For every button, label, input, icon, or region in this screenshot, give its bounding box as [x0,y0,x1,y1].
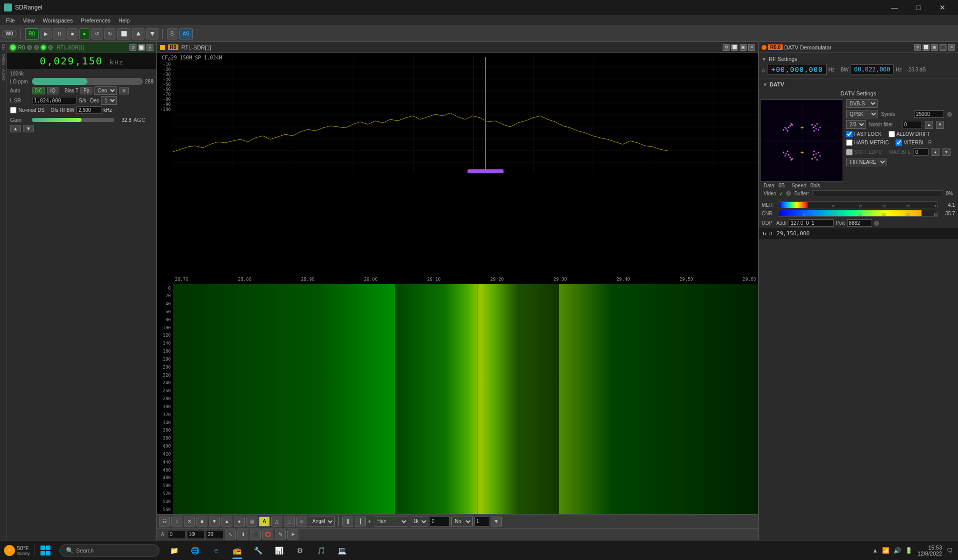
freq-select[interactable]: 1k 2k 4k [410,517,428,527]
menu-help[interactable]: Help [114,16,134,24]
cen-select[interactable]: Cen Inf Sup [94,86,117,95]
datv-screen-icon[interactable]: ⬛ [940,44,947,51]
toolbar-btn-rec[interactable]: ● [79,28,89,39]
task-app-chrome[interactable]: 🌐 [185,541,205,560]
search-bar[interactable]: 🔍 Search [59,545,159,557]
toolbar-btn-2[interactable]: ⏸ [53,28,65,39]
spec-pencil-btn[interactable]: ✎ [275,530,286,540]
spec-x-btn[interactable]: ✕ [184,517,195,527]
task-app-edge[interactable]: e [206,541,226,560]
val-1-input[interactable] [474,517,489,527]
spec-up-btn[interactable]: ▲ [221,517,232,527]
minimize-button[interactable]: — [883,0,906,15]
udp-port-input[interactable] [847,219,872,227]
viterbi-check[interactable]: VITERBI [896,139,923,146]
spec-bars-btn[interactable]: ‖ [342,517,353,527]
notch-up-btn[interactable]: ▲ [925,121,933,129]
task-app-explorer[interactable]: 📁 [164,541,184,560]
val-0-input[interactable] [430,517,450,527]
task-app-7[interactable]: ⚙ [290,541,310,560]
menu-workspaces[interactable]: Workspaces [38,16,76,24]
spec-rect-btn[interactable]: ■ [196,517,207,527]
sr-input[interactable] [32,97,77,104]
spec-circle-btn[interactable]: ○ [171,517,182,527]
spec-fill-btn[interactable]: ▼ [209,517,220,527]
toolbar-btn-6[interactable]: ⬜ [117,28,130,39]
no-mod-ds-check[interactable] [10,107,16,113]
maxbfl-down-btn[interactable]: ▼ [943,148,951,156]
gain-slider[interactable] [32,118,114,122]
toolbar-btn-7[interactable]: ⯅ [132,28,144,39]
spec-pause-btn[interactable]: ⏸ [237,530,248,540]
datv-standard-select[interactable]: DVB-S DVB-S2 [846,99,878,108]
notification-icon[interactable]: 🗨 [946,546,954,555]
menu-preferences[interactable]: Preferences [77,16,114,24]
sdr-close-icon[interactable]: ✕ [748,44,755,51]
lo-ppm-slider[interactable] [32,78,143,85]
toolbar-btn-s[interactable]: S [167,28,177,39]
menu-file[interactable]: File [2,16,19,24]
system-clock[interactable]: 15:53 12/8/2022 [916,544,944,558]
datv-fec-select[interactable]: 2/3 1/2 3/4 5/6 7/8 [846,120,866,129]
frequency-display[interactable]: 0,029,150 kHz [7,53,156,69]
spec-gray-btn[interactable]: △ [284,517,295,527]
notch-input[interactable] [902,121,922,128]
hard-metric-check[interactable]: HARD METRIC [846,139,889,146]
sdr-gear-icon[interactable]: ⚙ [723,44,730,51]
no-select[interactable]: No Yes [451,517,473,527]
spec-100-input[interactable] [187,530,204,539]
start-button[interactable] [34,541,56,560]
tray-battery-icon[interactable]: 🔋 [904,546,914,555]
spec-arrow-btn[interactable]: ➤ [287,530,298,540]
ofs-input[interactable] [76,106,101,114]
device-settings-icon[interactable]: ⚙ [129,44,136,51]
datv-expand1-icon[interactable]: ⬜ [923,44,930,51]
spec-ring-btn[interactable]: ◎ [246,517,257,527]
angle-select[interactable]: Angel [309,517,335,527]
spec-20-input[interactable] [206,530,223,539]
sdr-screen-icon[interactable]: ▣ [740,44,747,51]
datv-mod-select[interactable]: QPSK 8PSK 16APSK [846,110,878,118]
iq-button[interactable]: IQ [47,87,58,94]
spec-lock-btn[interactable]: ┃ [355,517,366,527]
spec-dbm-btn[interactable]: ⦸ [296,517,307,527]
level-down-button[interactable]: ▼ [23,125,34,132]
spec-curve-btn[interactable]: ⤣ [225,530,236,540]
maximize-button[interactable]: □ [907,0,930,15]
tray-network-icon[interactable]: 📶 [881,546,891,555]
sdr-expand-icon[interactable]: ⬜ [731,44,738,51]
spec-fill2-btn[interactable]: △ [271,517,282,527]
fp-button[interactable]: Fp [80,87,92,94]
task-app-8[interactable]: 🎵 [311,541,331,560]
device-close-icon[interactable]: ✕ [146,44,153,51]
dc-button[interactable]: DC [32,87,45,94]
allow-drift-check[interactable]: ALLOW DRIFT [889,131,930,137]
tray-volume-icon[interactable]: 🔊 [893,546,902,555]
udp-addr-input[interactable] [789,219,834,227]
fast-lock-check[interactable]: FAST LOCK [846,131,882,137]
dec-select[interactable]: 1 2 4 [101,96,117,105]
x-button[interactable]: ✕ [119,87,129,94]
spec-fit-btn[interactable]: ⬛ [250,530,261,540]
spec-marker-btn[interactable]: A [259,517,270,527]
datv-expand2-icon[interactable]: ▣ [931,44,938,51]
toolbar-btn-rx[interactable]: R0 [25,28,38,39]
datv-gear-icon[interactable]: ⚙ [914,44,921,51]
task-app-9[interactable]: 💻 [332,541,352,560]
toolbar-btn-1[interactable]: ▶ [40,28,51,39]
toolbar-btn-8[interactable]: ⯆ [146,28,158,39]
toolbar-btn-as[interactable]: AS [179,28,193,39]
spec-val-input[interactable] [168,530,185,539]
task-app-sdr[interactable]: 📻 [227,541,247,560]
spec-circ-btn[interactable]: ⭕ [262,530,273,540]
spec-down-btn[interactable]: ▼ [491,517,502,527]
maxbfl-up-btn[interactable]: ▲ [932,148,940,156]
toolbar-btn-3[interactable]: ■ [67,28,77,39]
han-select[interactable]: Han Hanning Hamming Flat [374,517,408,527]
menu-view[interactable]: View [19,16,39,24]
fir-select[interactable]: FIR NEARE FIR LINEAR [846,158,887,166]
toolbar-btn-4[interactable]: ↺ [91,28,102,39]
tray-up-icon[interactable]: ▲ [871,546,879,555]
task-app-6[interactable]: 📊 [269,541,289,560]
notch-down-btn[interactable]: ▼ [936,121,944,129]
